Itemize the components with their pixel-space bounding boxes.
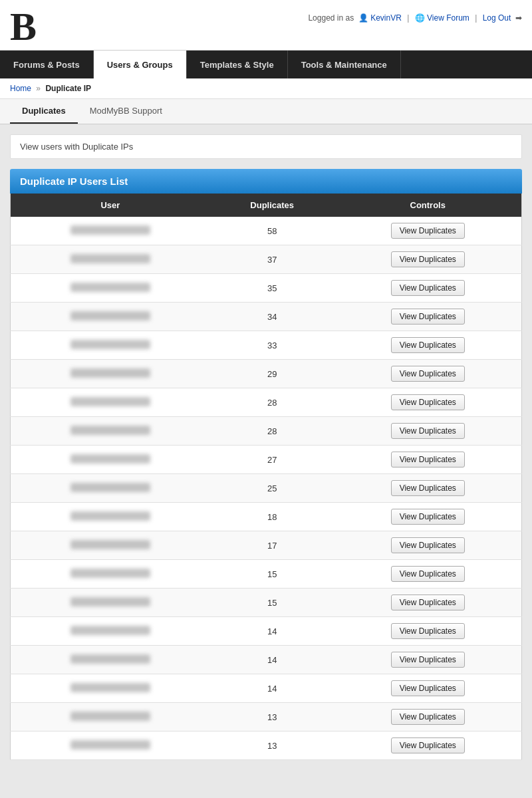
logged-in-bar: Logged in as 👤 KevinVR | 🌐 View Forum | … — [308, 13, 522, 23]
controls-cell: View Duplicates — [334, 360, 521, 388]
duplicate-count: 13 — [210, 732, 334, 760]
table-title: Duplicate IP Users List — [10, 169, 522, 194]
controls-cell: View Duplicates — [334, 589, 521, 617]
user-cell — [11, 703, 210, 732]
username-blurred — [70, 483, 150, 492]
username-blurred — [70, 540, 150, 549]
controls-cell: View Duplicates — [334, 245, 521, 274]
username-blurred — [70, 254, 150, 263]
duplicate-count: 37 — [210, 245, 334, 274]
duplicate-count: 15 — [210, 589, 334, 617]
duplicate-count: 18 — [210, 503, 334, 531]
user-cell — [11, 303, 210, 331]
view-duplicates-button[interactable]: View Duplicates — [391, 623, 465, 639]
nav-item-forums[interactable]: Forums & Posts — [0, 51, 94, 78]
breadcrumb: Home » Duplicate IP — [0, 78, 532, 99]
view-duplicates-button[interactable]: View Duplicates — [391, 595, 465, 610]
view-duplicates-button[interactable]: View Duplicates — [391, 566, 465, 582]
user-cell — [11, 217, 210, 245]
duplicate-count: 34 — [210, 303, 334, 331]
controls-cell: View Duplicates — [334, 703, 521, 732]
view-duplicates-button[interactable]: View Duplicates — [391, 394, 465, 410]
view-duplicates-button[interactable]: View Duplicates — [391, 652, 465, 668]
user-cell — [11, 646, 210, 674]
controls-cell: View Duplicates — [334, 446, 521, 474]
duplicate-count: 33 — [210, 331, 334, 360]
username-blurred — [70, 454, 150, 464]
view-duplicates-button[interactable]: View Duplicates — [391, 709, 465, 725]
controls-cell: View Duplicates — [334, 331, 521, 360]
username[interactable]: KevinVR — [370, 13, 402, 23]
view-duplicates-button[interactable]: View Duplicates — [391, 309, 465, 325]
table-row: 27View Duplicates — [11, 446, 522, 474]
username-blurred — [70, 340, 150, 349]
controls-cell: View Duplicates — [334, 474, 521, 503]
table-row: 25View Duplicates — [11, 474, 522, 503]
view-duplicates-button[interactable]: View Duplicates — [391, 280, 465, 296]
logout-link[interactable]: Log Out — [483, 13, 511, 23]
nav-item-users[interactable]: Users & Groups — [94, 51, 187, 78]
table-row: 18View Duplicates — [11, 503, 522, 531]
username-blurred — [70, 397, 150, 406]
duplicate-count: 29 — [210, 360, 334, 388]
view-forum-link[interactable]: View Forum — [427, 13, 469, 23]
tab-duplicates[interactable]: Duplicates — [10, 99, 78, 124]
user-cell — [11, 503, 210, 531]
view-duplicates-button[interactable]: View Duplicates — [391, 223, 465, 239]
user-cell — [11, 589, 210, 617]
view-duplicates-button[interactable]: View Duplicates — [391, 680, 465, 696]
table-row: 14View Duplicates — [11, 646, 522, 674]
username-blurred — [70, 712, 150, 721]
view-duplicates-button[interactable]: View Duplicates — [391, 509, 465, 525]
user-cell — [11, 245, 210, 274]
logo: B — [10, 7, 37, 47]
username-blurred — [70, 511, 150, 521]
nav-item-templates[interactable]: Templates & Style — [187, 51, 288, 78]
controls-cell: View Duplicates — [334, 531, 521, 560]
user-cell — [11, 531, 210, 560]
controls-cell: View Duplicates — [334, 417, 521, 446]
table-row: 33View Duplicates — [11, 331, 522, 360]
user-cell — [11, 674, 210, 703]
table-row: 58View Duplicates — [11, 217, 522, 245]
table-row: 35View Duplicates — [11, 274, 522, 303]
view-duplicates-button[interactable]: View Duplicates — [391, 366, 465, 382]
username-blurred — [70, 626, 150, 635]
view-duplicates-button[interactable]: View Duplicates — [391, 480, 465, 496]
nav-item-tools[interactable]: Tools & Maintenance — [288, 51, 401, 78]
duplicate-count: 35 — [210, 274, 334, 303]
view-duplicates-button[interactable]: View Duplicates — [391, 452, 465, 467]
user-cell — [11, 560, 210, 589]
table-row: 13View Duplicates — [11, 703, 522, 732]
user-cell — [11, 617, 210, 646]
controls-cell: View Duplicates — [334, 732, 521, 760]
view-duplicates-button[interactable]: View Duplicates — [391, 737, 465, 753]
duplicate-count: 15 — [210, 560, 334, 589]
duplicate-count: 14 — [210, 617, 334, 646]
breadcrumb-home[interactable]: Home — [10, 84, 31, 93]
controls-cell: View Duplicates — [334, 274, 521, 303]
duplicate-count: 28 — [210, 417, 334, 446]
duplicate-count: 14 — [210, 674, 334, 703]
username-blurred — [70, 569, 150, 578]
user-cell — [11, 274, 210, 303]
controls-cell: View Duplicates — [334, 388, 521, 417]
username-blurred — [70, 654, 150, 664]
view-duplicates-button[interactable]: View Duplicates — [391, 423, 465, 439]
table-row: 29View Duplicates — [11, 360, 522, 388]
user-cell — [11, 474, 210, 503]
duplicate-count: 14 — [210, 646, 334, 674]
tab-modmybb[interactable]: ModMyBB Support — [78, 99, 174, 124]
username-blurred — [70, 311, 150, 321]
duplicates-table: User Duplicates Controls 58View Duplicat… — [10, 194, 522, 760]
controls-cell: View Duplicates — [334, 560, 521, 589]
controls-cell: View Duplicates — [334, 674, 521, 703]
view-duplicates-button[interactable]: View Duplicates — [391, 337, 465, 353]
controls-cell: View Duplicates — [334, 217, 521, 245]
view-duplicates-button[interactable]: View Duplicates — [391, 251, 465, 267]
view-duplicates-button[interactable]: View Duplicates — [391, 537, 465, 553]
user-cell — [11, 446, 210, 474]
table-row: 14View Duplicates — [11, 674, 522, 703]
tabs-bar: Duplicates ModMyBB Support — [0, 99, 532, 124]
user-cell — [11, 417, 210, 446]
